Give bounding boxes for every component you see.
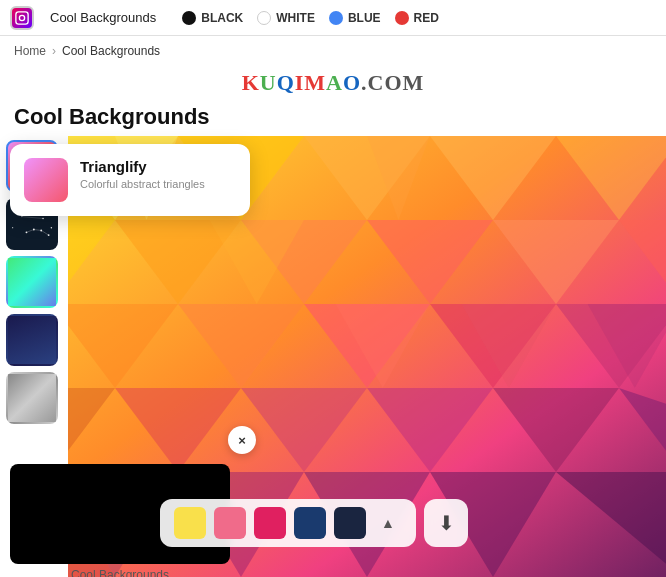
main-content: Trianglify Colorful abstract triangles ×… <box>0 136 666 577</box>
red-label: RED <box>414 11 439 25</box>
app-title: Cool Backgrounds <box>50 10 156 25</box>
breadcrumb: Home › Cool Backgrounds <box>0 36 666 66</box>
black-label: BLACK <box>201 11 243 25</box>
brand-com: COM <box>368 70 425 95</box>
swatch-navy[interactable] <box>294 507 326 539</box>
thumb-pencil[interactable] <box>6 372 58 424</box>
swatch-darkblue[interactable] <box>334 507 366 539</box>
close-button[interactable]: × <box>228 426 256 454</box>
swatch-pink[interactable] <box>214 507 246 539</box>
app-logo[interactable] <box>10 6 34 30</box>
breadcrumb-sep: › <box>52 44 56 58</box>
brand-k: K <box>242 70 260 95</box>
page-title-area: Cool Backgrounds <box>0 102 666 136</box>
thumb-blue-dark[interactable] <box>6 314 58 366</box>
brand-u: U <box>260 70 277 95</box>
download-button[interactable]: ⬇ <box>424 499 468 547</box>
svg-point-8 <box>12 227 13 228</box>
bottom-label: Cool Backgrounds <box>10 568 230 577</box>
swatch-yellow[interactable] <box>174 507 206 539</box>
color-bar: ▲ ⬇ <box>160 499 468 547</box>
brand-o: O <box>343 70 361 95</box>
breadcrumb-home[interactable]: Home <box>14 44 46 58</box>
svg-point-1 <box>19 15 24 20</box>
color-white[interactable]: WHITE <box>257 11 315 25</box>
triangle-icon: ▲ <box>381 515 395 531</box>
blue-dot <box>329 11 343 25</box>
popup-description: Colorful abstract triangles <box>80 178 205 190</box>
download-icon: ⬇ <box>438 511 455 535</box>
page-title: Cool Backgrounds <box>14 104 652 130</box>
popup-info: Trianglify Colorful abstract triangles <box>80 158 205 190</box>
brand-bar: KUQIMAO.COM <box>0 66 666 102</box>
color-red[interactable]: RED <box>395 11 439 25</box>
header: Cool Backgrounds BLACK WHITE BLUE RED <box>0 0 666 36</box>
color-options: BLACK WHITE BLUE RED <box>182 11 439 25</box>
brand-m: M <box>304 70 326 95</box>
popup-thumb <box>24 158 68 202</box>
close-icon: × <box>238 433 246 448</box>
brand-a: A <box>326 70 343 95</box>
red-dot <box>395 11 409 25</box>
popup-card: Trianglify Colorful abstract triangles <box>10 144 250 216</box>
blue-label: BLUE <box>348 11 381 25</box>
white-dot <box>257 11 271 25</box>
svg-rect-0 <box>16 11 28 23</box>
svg-point-9 <box>51 227 52 228</box>
brand-text: KUQIMAO.COM <box>242 70 425 95</box>
breadcrumb-current: Cool Backgrounds <box>62 44 160 58</box>
color-bar-inner: ▲ <box>160 499 416 547</box>
brand-q: Q <box>277 70 295 95</box>
color-blue[interactable]: BLUE <box>329 11 381 25</box>
black-dot <box>182 11 196 25</box>
white-label: WHITE <box>276 11 315 25</box>
popup-title: Trianglify <box>80 158 205 175</box>
brand-i: I <box>295 70 305 95</box>
swatch-crimson[interactable] <box>254 507 286 539</box>
color-black[interactable]: BLACK <box>182 11 243 25</box>
thumb-gradient[interactable] <box>6 256 58 308</box>
triangle-button[interactable]: ▲ <box>374 509 402 537</box>
